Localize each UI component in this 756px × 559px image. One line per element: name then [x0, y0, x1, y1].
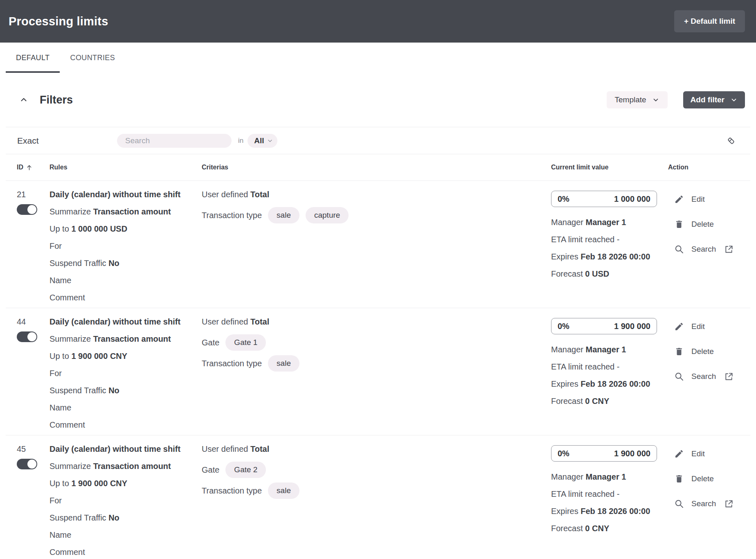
rule-label: Summarize	[50, 462, 91, 471]
limit-info-value: -	[617, 489, 620, 498]
rule-line: Name	[50, 272, 202, 289]
criteria-line: GateGate 2	[202, 461, 266, 478]
search-button[interactable]: Search	[674, 497, 734, 511]
row-id: 44	[17, 313, 50, 330]
search-button[interactable]: Search	[674, 370, 734, 383]
row-enabled-toggle[interactable]	[17, 204, 37, 215]
row-enabled-toggle[interactable]	[17, 331, 37, 342]
add-filter-button[interactable]: Add filter	[683, 91, 745, 108]
criteria-label: Transaction type	[202, 359, 262, 368]
limit-info-value: 0 CNY	[585, 524, 609, 533]
chevron-down-icon	[652, 96, 659, 104]
row-current-limit: 0% 1 900 000 Manager Manager 1ETA limit …	[551, 308, 668, 435]
delete-label: Delete	[691, 474, 714, 483]
rule-label: Suspend Traffic	[50, 259, 106, 268]
filter-row: Exact in All	[6, 127, 750, 154]
limit-info-line: Forecast 0 CNY	[551, 520, 668, 537]
column-header-action: Action	[668, 164, 750, 171]
rule-line: Comment	[50, 289, 202, 306]
template-button[interactable]: Template	[607, 91, 668, 108]
external-link-icon	[724, 245, 734, 254]
magnifier-icon	[674, 372, 684, 381]
criteria-line: Transaction typesale	[202, 482, 299, 499]
limit-info: Manager Manager 1ETA limit reached -Expi…	[551, 214, 668, 282]
limit-info-line: Forecast 0 CNY	[551, 392, 668, 410]
rule-line: Name	[50, 526, 202, 543]
rule-value: Daily (calendar) without time shift	[50, 444, 180, 453]
limit-info-line: Manager Manager 1	[551, 341, 668, 358]
pencil-icon	[674, 194, 684, 204]
rule-label: Comment	[50, 548, 85, 557]
rule-line: For	[50, 365, 202, 382]
search-button[interactable]: Search	[674, 242, 734, 256]
limit-info-value: Manager 1	[586, 218, 626, 227]
rule-value: No	[108, 259, 119, 268]
rule-value: Daily (calendar) without time shift	[50, 317, 180, 326]
limit-info: Manager Manager 1ETA limit reached -Expi…	[551, 341, 668, 410]
delete-button[interactable]: Delete	[674, 472, 714, 486]
limit-percent: 0%	[558, 194, 569, 204]
limit-info-line: Expires Feb 18 2026 00:00	[551, 503, 668, 520]
rule-label: For	[50, 369, 62, 378]
criteria-chip: capture	[306, 207, 349, 223]
rule-label: Comment	[50, 420, 85, 429]
rule-value: 1 900 000 CNY	[71, 479, 127, 488]
rule-line: For	[50, 237, 202, 255]
limits-table-body: 21 Daily (calendar) without time shiftSu…	[6, 180, 750, 559]
rule-label: For	[50, 241, 62, 250]
rule-line: Suspend Traffic No	[50, 509, 202, 526]
rule-value: 1 000 000 USD	[71, 224, 127, 233]
rule-label: Up to	[50, 352, 69, 361]
rule-line: For	[50, 492, 202, 509]
limit-info-value: -	[617, 235, 620, 244]
limit-info-line: Expires Feb 18 2026 00:00	[551, 375, 668, 392]
criteria-label: Transaction type	[202, 211, 262, 220]
criteria-line: User defined Total	[202, 440, 269, 458]
criteria-chip: sale	[268, 355, 299, 372]
rule-line: Suspend Traffic No	[50, 382, 202, 399]
rule-label: For	[50, 496, 62, 505]
limit-info-value: -	[617, 362, 620, 371]
rule-line: Up to 1 900 000 CNY	[50, 475, 202, 492]
rule-line: Name	[50, 399, 202, 416]
rule-value: No	[108, 513, 119, 522]
criteria-line: User defined Total	[202, 186, 269, 203]
search-input[interactable]	[117, 134, 232, 148]
row-enabled-toggle[interactable]	[17, 459, 37, 469]
edit-button[interactable]: Edit	[674, 447, 705, 461]
default-limit-button[interactable]: + Default limit	[674, 10, 745, 32]
tab-default[interactable]: DEFAULT	[6, 43, 60, 73]
criteria-chip: Gate 2	[225, 462, 266, 478]
table-row: 44 Daily (calendar) without time shiftSu…	[6, 308, 750, 435]
toggle-knob	[27, 332, 36, 341]
pencil-icon	[674, 322, 684, 331]
edit-button[interactable]: Edit	[674, 320, 705, 334]
edit-label: Edit	[691, 322, 705, 331]
rule-value: Transaction amount	[93, 462, 171, 471]
limit-percent: 0%	[558, 449, 569, 458]
delete-button[interactable]: Delete	[674, 217, 714, 231]
rule-label: Suspend Traffic	[50, 386, 106, 395]
template-label: Template	[615, 95, 646, 104]
limit-amount: 1 900 000	[614, 322, 650, 331]
limit-info-value: Feb 18 2026 00:00	[580, 252, 650, 261]
edit-button[interactable]: Edit	[674, 192, 705, 206]
add-filter-label: Add filter	[691, 95, 724, 104]
row-criterias: User defined TotalGateGate 1Transaction …	[202, 308, 551, 435]
clear-filter-button[interactable]	[726, 135, 736, 146]
filters-collapse-button[interactable]	[19, 95, 28, 104]
limit-info-value: Manager 1	[586, 345, 626, 354]
delete-label: Delete	[691, 220, 714, 229]
criteria-value: Total	[250, 444, 269, 453]
rule-value: No	[108, 386, 119, 395]
row-criterias: User defined TotalGateGate 2Transaction …	[202, 435, 551, 559]
scope-select[interactable]: All	[248, 134, 277, 148]
rule-line: Suspend Traffic No	[50, 255, 202, 272]
limit-info-value: Manager 1	[586, 472, 626, 481]
tab-countries[interactable]: COUNTRIES	[60, 43, 125, 73]
filter-name-label: Exact	[17, 136, 117, 146]
rule-value: Transaction amount	[93, 207, 171, 216]
criteria-chip: Gate 1	[225, 334, 266, 351]
delete-button[interactable]: Delete	[674, 345, 714, 358]
column-header-id[interactable]: ID	[6, 164, 50, 171]
